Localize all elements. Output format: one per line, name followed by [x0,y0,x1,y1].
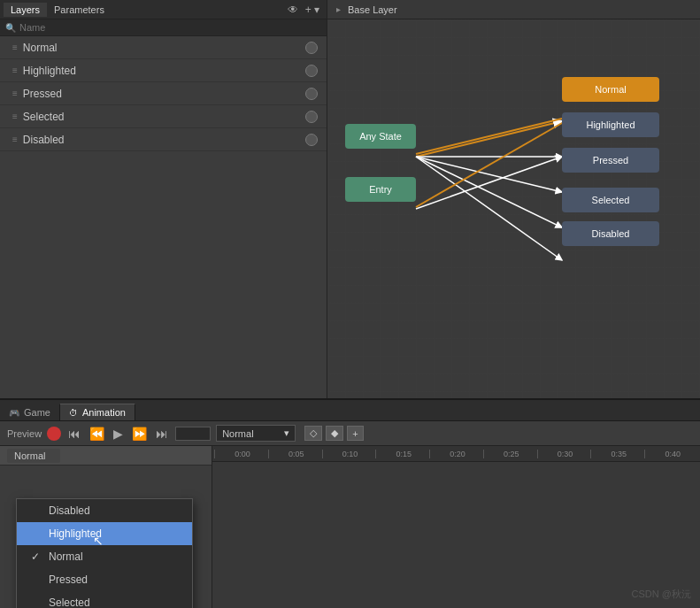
layer-menu-icon: ≡ [12,42,18,52]
dropdown-label-disabled: Disabled [49,504,90,517]
layer-menu-icon-s: ≡ [12,112,18,121]
dropdown-label-highlighted: Highlighted [49,527,102,540]
ruler-mark-2: 0:10 [322,450,376,458]
search-icon: 🔍 [5,23,16,33]
transform-buttons: ◇ ◆ + [304,426,363,441]
state-normal[interactable]: Normal [562,77,659,102]
svg-line-6 [416,119,562,154]
timeline-ruler[interactable]: 0:00 0:05 0:10 0:15 0:20 0:25 0:30 0:35 … [212,446,700,462]
ruler-mark-7: 0:35 [590,450,644,458]
layer-weight-selected[interactable] [305,111,318,123]
tab-animation[interactable]: ⏱ Animation [60,404,135,420]
layer-name-highlighted: Highlighted [23,65,76,77]
layer-name-selected: Selected [23,111,65,123]
ruler-mark-4: 0:20 [429,450,483,458]
dropdown-item-normal[interactable]: Normal [17,545,192,568]
watermark: CSDN @秋沅 [632,588,691,601]
state-any[interactable]: Any State [345,124,416,149]
state-disabled[interactable]: Disabled [562,221,659,246]
timeline-tracks[interactable] [212,462,700,608]
dropdown-item-disabled[interactable]: Disabled [17,499,192,522]
ruler-mark-6: 0:30 [537,450,591,458]
ruler-mark-0: 0:00 [214,450,268,458]
track-label-anim: Normal [0,446,212,466]
add-layer-button[interactable]: + ▾ [302,4,323,16]
ruler-mark-8: 0:40 [644,450,698,458]
layer-list: ≡ Normal ≡ Highlighted ≡ Pressed [0,36,327,398]
animation-icon: ⏱ [69,408,78,418]
state-selected[interactable]: Selected [562,188,659,212]
layer-item-pressed[interactable]: ≡ Pressed [0,82,327,105]
svg-line-2 [416,157,562,192]
eye-icon[interactable]: 👁 [288,4,298,16]
animator-panel: ▸ Base Layer [327,0,700,398]
skip-to-end-button[interactable]: ⏭ [154,427,170,441]
svg-line-7 [416,123,562,207]
animator-header: ▸ Base Layer [327,0,700,19]
ruler-mark-5: 0:25 [483,450,537,458]
svg-line-0 [416,121,562,157]
left-panel: Layers Parameters 👁 + ▾ 🔍 ≡ Normal [0,0,327,398]
search-bar: 🔍 [0,19,327,36]
svg-line-4 [416,157,562,260]
state-highlighted[interactable]: Highlighted [562,112,659,137]
tab-bar: Layers Parameters 👁 + ▾ [0,0,327,19]
ruler-area: 0:00 0:05 0:10 0:15 0:20 0:25 0:30 0:35 … [212,446,700,608]
preview-label: Preview [7,428,42,439]
game-tab-label: Game [24,407,50,418]
search-input[interactable] [19,22,321,33]
diamond-key-button[interactable]: ◇ [304,426,322,441]
ruler-mark-1: 0:05 [268,450,322,458]
layer-weight-highlighted[interactable] [305,65,318,77]
dropdown-label-selected: Selected [49,596,90,608]
state-entry[interactable]: Entry [345,177,416,202]
record-button[interactable] [47,427,61,441]
step-forward-button[interactable]: ⏩ [130,427,149,441]
layer-item-disabled[interactable]: ≡ Disabled [0,128,327,151]
layer-weight-disabled[interactable] [305,134,318,146]
svg-line-5 [416,157,562,209]
layer-weight-normal[interactable] [305,42,318,54]
dropdown-item-pressed[interactable]: Pressed [17,568,192,591]
anim-name-label: Normal [222,428,253,439]
game-icon: 🎮 [9,408,19,418]
layer-item-selected[interactable]: ≡ Selected [0,105,327,128]
dropdown-item-selected[interactable]: Selected [17,591,192,608]
ruler-marks: 0:00 0:05 0:10 0:15 0:20 0:25 0:30 0:35 … [214,450,698,458]
layer-name-normal: Normal [23,42,58,54]
layer-weight-pressed[interactable] [305,88,318,100]
ruler-mark-3: 0:15 [375,450,429,458]
bottom-tabs: 🎮 Game ⏱ Animation [0,400,700,421]
tab-layers[interactable]: Layers [4,3,47,17]
layer-item-normal[interactable]: ≡ Normal [0,36,327,59]
chevron-down-icon: ▾ [284,427,289,439]
animator-title: Base Layer [348,4,397,15]
dropdown-label-pressed: Pressed [49,573,88,586]
layer-menu-icon-p: ≡ [12,89,18,98]
layer-item-highlighted[interactable]: ≡ Highlighted [0,59,327,82]
tab-parameters[interactable]: Parameters [47,3,112,17]
tab-game[interactable]: 🎮 Game [0,404,60,420]
controls-bar: Preview ⏮ ⏪ ▶ ⏩ ⏭ 0 Normal ▾ ◇ ◆ + [0,421,700,446]
step-back-button[interactable]: ⏪ [88,427,106,441]
layer-menu-icon-h: ≡ [12,65,18,75]
layer-name-pressed: Pressed [23,88,62,100]
svg-line-3 [416,157,562,227]
layer-name-disabled: Disabled [23,134,65,146]
dropdown-item-highlighted[interactable]: Highlighted [17,522,192,545]
state-pressed[interactable]: Pressed [562,148,659,173]
key-button[interactable]: ◆ [326,426,343,441]
dropdown-menu: Disabled Highlighted Normal Pressed Sele… [16,498,193,608]
play-button[interactable]: ▶ [112,427,125,441]
frame-input[interactable]: 0 [175,427,211,441]
add-key-button[interactable]: + [347,426,363,441]
anim-name-select[interactable]: Normal ▾ [216,425,296,442]
layer-menu-icon-d: ≡ [12,135,18,144]
skip-to-start-button[interactable]: ⏮ [66,427,82,441]
grid-canvas[interactable]: Any State Entry Normal Highlighted Press… [327,19,700,398]
chevron-icon: ▸ [336,4,341,14]
dropdown-label-normal: Normal [49,550,83,563]
animation-tab-label: Animation [82,407,126,418]
